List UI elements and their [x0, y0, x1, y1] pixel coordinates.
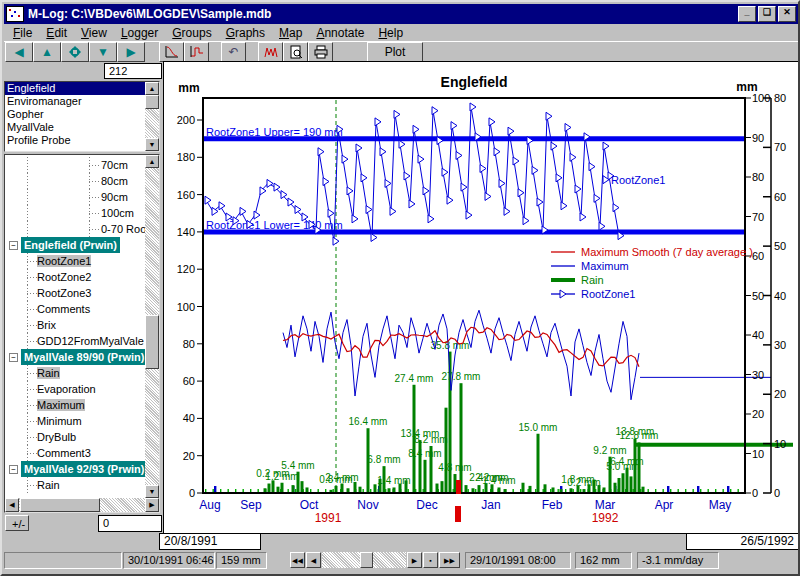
step-back-button[interactable]: ◀ [306, 552, 321, 568]
svg-text:100: 100 [177, 301, 195, 313]
range-end-input[interactable]: 26/5/1992 [686, 533, 799, 550]
tree-item-maximum[interactable]: Maximum [5, 397, 145, 413]
tree-vscrollbar[interactable]: ▲ ▼ [145, 155, 159, 498]
tree-hscrollbar[interactable]: ◀ ▶ [5, 498, 159, 512]
scrollbar-thumb[interactable] [145, 95, 159, 109]
svg-text:140: 140 [177, 226, 195, 238]
tree-item-comments[interactable]: Comments [5, 301, 145, 317]
cursor-scroll-track[interactable] [322, 552, 406, 568]
chart-title: Englefield [441, 74, 508, 90]
tree-item-rootzone2[interactable]: RootZone2 [5, 269, 145, 285]
group-label: MyallVale 89/90 (Prwin) [21, 349, 145, 365]
scroll-up-icon[interactable]: ▲ [145, 82, 159, 95]
tree-item-rootzone1[interactable]: RootZone1 [5, 253, 145, 269]
tree-item-rain[interactable]: Rain [5, 477, 145, 493]
tree-item-comment3[interactable]: Comment3 [5, 445, 145, 461]
plus-minus-button[interactable]: +/- [5, 515, 29, 531]
step-forward-button[interactable]: ▶ [407, 552, 422, 568]
menu-help[interactable]: Help [371, 25, 410, 41]
collapse-icon[interactable]: − [9, 353, 18, 362]
month-label: Nov [357, 498, 378, 512]
scroll-up-icon[interactable]: ▲ [145, 155, 159, 168]
collapse-icon[interactable]: − [9, 241, 18, 250]
pan-up-button[interactable]: ▲ [33, 42, 61, 62]
menu-edit[interactable]: Edit [39, 25, 74, 41]
zoom-axis-button[interactable] [159, 42, 184, 62]
tree-item-englefield-prwin-[interactable]: −Englefield (Prwin) [5, 237, 145, 253]
scroll-right-icon[interactable]: ▶ [145, 498, 159, 512]
scroll-down-icon[interactable]: ▼ [145, 138, 159, 151]
tree-item-drybulb[interactable]: DryBulb [5, 429, 145, 445]
site-item-enviromanager[interactable]: Enviromanager [5, 95, 145, 108]
scrollbar-thumb[interactable] [145, 315, 159, 369]
rain-value-label: 8.2 mm [414, 434, 447, 445]
tree-item-100cm[interactable]: 100cm [5, 205, 145, 221]
group-label: MyallVale 92/93 (Prwin) [21, 461, 145, 477]
tree-item-myallvale-92-93-prwin-[interactable]: −MyallVale 92/93 (Prwin) [5, 461, 145, 477]
waveform-button[interactable] [258, 42, 283, 62]
tree-item-90cm[interactable]: 90cm [5, 189, 145, 205]
pan-right-button[interactable]: ▶ [117, 42, 145, 62]
month-label: Aug [199, 498, 220, 512]
svg-text:90: 90 [752, 132, 764, 144]
pan-down-button[interactable]: ▼ [89, 42, 117, 62]
rain-value-label: 12.8 mm [620, 430, 659, 441]
tree-item-0-70-rootzone[interactable]: 0-70 RootZone [5, 221, 145, 237]
site-list: EnglefieldEnviromanagerGopherMyallValePr… [5, 82, 159, 147]
tree-item-brix[interactable]: Brix [5, 317, 145, 333]
pan-all-button[interactable] [61, 42, 89, 62]
tree-item-gdd12frommyalvale[interactable]: GDD12FromMyalVale [5, 333, 145, 349]
menu-file[interactable]: File [6, 25, 39, 41]
tree-item-myallvale-89-90-prwin-[interactable]: −MyallVale 89/90 (Prwin) [5, 349, 145, 365]
step-back-fast-button[interactable]: ◀◀ [290, 552, 305, 568]
plot-button[interactable]: Plot [367, 42, 423, 62]
month-label: Dec [416, 498, 437, 512]
minimize-button[interactable]: _ [738, 6, 756, 22]
step-forward-fast-button[interactable]: ▶▶ [439, 552, 460, 568]
svg-text:80: 80 [183, 338, 195, 350]
offset-input[interactable]: 0 [98, 515, 162, 532]
undo-button[interactable]: ↶ [221, 42, 246, 62]
menu-groups[interactable]: Groups [165, 25, 218, 41]
menu-view[interactable]: View [74, 25, 114, 41]
restore-button[interactable]: ❏ [758, 6, 776, 22]
tree-item-evaporation[interactable]: Evaporation [5, 381, 145, 397]
menu-map[interactable]: Map [272, 25, 309, 41]
rain-value-label: 1.4 mm [377, 475, 410, 486]
chart-canvas[interactable]: 0.2 mm1.2 mm5.4 mm0.8 mm2.4 mm16.4 mm6.8… [163, 61, 800, 534]
channel-label: Rain [37, 479, 60, 491]
tree-item-80cm[interactable]: 80cm [5, 173, 145, 189]
scroll-down-icon[interactable]: ▼ [145, 485, 159, 498]
menu-annotate[interactable]: Annotate [309, 25, 371, 41]
scrollbar-thumb[interactable] [20, 498, 100, 512]
scroll-left-icon[interactable]: ◀ [5, 498, 19, 512]
pan-left-button[interactable]: ◀ [5, 42, 33, 62]
site-item-englefield[interactable]: Englefield [5, 82, 145, 95]
site-list-scrollbar[interactable]: ▲ ▼ [145, 82, 159, 151]
menu-logger[interactable]: Logger [114, 25, 165, 41]
print-button[interactable] [308, 42, 333, 62]
rain-value-label: 2.4 mm [325, 472, 358, 483]
channel-label: 70cm [101, 159, 128, 171]
tree-item-rain[interactable]: Rain [5, 365, 145, 381]
stop-button[interactable]: ▪ [423, 552, 438, 568]
menu-graphs[interactable]: Graphs [219, 25, 272, 41]
svg-text:80: 80 [774, 92, 786, 104]
site-item-gopher[interactable]: Gopher [5, 108, 145, 121]
tree-item-rootzone3[interactable]: RootZone3 [5, 285, 145, 301]
close-button[interactable]: ✕ [778, 6, 796, 22]
y-axis-max-input[interactable]: 212 [104, 63, 162, 79]
red-cursor-mark [456, 480, 461, 494]
channel-label: GDD12FromMyalVale [37, 335, 144, 347]
tree-item-70cm[interactable]: 70cm [5, 157, 145, 173]
zoom-step-button[interactable] [184, 42, 209, 62]
tree-item-minimum[interactable]: Minimum [5, 413, 145, 429]
year-label: 1991 [315, 511, 342, 525]
svg-text:120: 120 [177, 263, 195, 275]
range-start-input[interactable]: 20/8/1991 [159, 533, 261, 550]
print-preview-button[interactable] [283, 42, 308, 62]
site-item-myallvale[interactable]: MyallVale [5, 121, 145, 134]
site-item-profile probe[interactable]: Profile Probe [5, 134, 145, 147]
cursor-scroll-thumb[interactable] [360, 552, 373, 568]
collapse-icon[interactable]: − [9, 465, 18, 474]
